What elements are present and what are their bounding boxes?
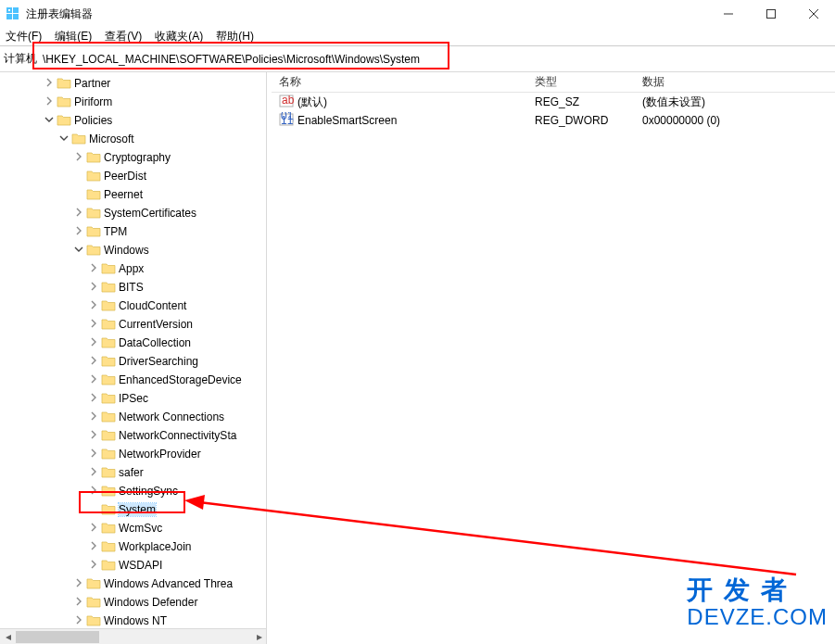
minimize-button[interactable]: [707, 0, 750, 28]
folder-icon: [101, 392, 116, 405]
maximize-button[interactable]: [750, 0, 792, 28]
chevron-right-icon[interactable]: [87, 262, 100, 275]
chevron-right-icon[interactable]: [72, 596, 85, 609]
chevron-right-icon[interactable]: [87, 281, 100, 294]
address-path[interactable]: \HKEY_LOCAL_MACHINE\SOFTWARE\Policies\Mi…: [41, 53, 835, 66]
menu-favorites[interactable]: 收藏夹(A): [155, 29, 203, 44]
menu-edit[interactable]: 编辑(E): [55, 29, 92, 44]
scroll-left-icon[interactable]: ◂: [0, 629, 16, 645]
tree-item[interactable]: CurrentVersion: [0, 315, 266, 334]
chevron-down-icon[interactable]: [72, 244, 85, 257]
tree-item[interactable]: NetworkProvider: [0, 445, 266, 463]
chevron-right-icon[interactable]: [87, 485, 100, 498]
tree-item[interactable]: SettingSync: [0, 482, 266, 500]
tree-item-label: BITS: [119, 281, 144, 294]
tree-item[interactable]: Policies: [0, 111, 266, 130]
tree-item-label: Partner: [74, 77, 110, 90]
tree-item[interactable]: IPSec: [0, 389, 266, 408]
close-button[interactable]: [792, 0, 835, 28]
chevron-right-icon[interactable]: [87, 355, 100, 368]
chevron-right-icon[interactable]: [72, 207, 85, 220]
chevron-right-icon[interactable]: [87, 410, 100, 423]
scroll-right-icon[interactable]: ▸: [251, 629, 267, 645]
tree-item[interactable]: DriverSearching: [0, 352, 266, 371]
col-header-type[interactable]: 类型: [527, 74, 635, 90]
value-data: 0x00000000 (0): [635, 114, 835, 127]
tree-item-label: PeerDist: [104, 170, 146, 183]
tree-item-label: CurrentVersion: [119, 318, 193, 331]
folder-icon: [101, 355, 116, 368]
menu-view[interactable]: 查看(V): [105, 29, 142, 44]
tree-item[interactable]: WcmSvc: [0, 519, 266, 537]
chevron-right-icon[interactable]: [87, 318, 100, 331]
tree-item[interactable]: Windows Advanced Threa: [0, 575, 266, 593]
chevron-right-icon[interactable]: [87, 373, 100, 386]
chevron-right-icon[interactable]: [72, 225, 85, 238]
chevron-down-icon[interactable]: [43, 114, 56, 127]
chevron-right-icon[interactable]: [87, 448, 100, 461]
tree-item-label: WorkplaceJoin: [119, 540, 191, 553]
tree-item[interactable]: safer: [0, 463, 266, 482]
col-header-name[interactable]: 名称: [272, 74, 527, 90]
chevron-right-icon[interactable]: [87, 466, 100, 479]
tree-item-label: TPM: [104, 225, 127, 238]
value-name: EnableSmartScreen: [297, 114, 397, 127]
tree-item[interactable]: Piriform: [0, 93, 266, 111]
folder-icon: [86, 596, 101, 609]
folder-icon: [101, 559, 116, 572]
string-value-icon: ab: [279, 94, 294, 111]
tree-item[interactable]: Windows Defender: [0, 593, 266, 612]
tree-item[interactable]: Microsoft: [0, 130, 266, 148]
tree-item-label: SettingSync: [119, 485, 178, 498]
tree-item[interactable]: Partner: [0, 74, 266, 93]
list-row[interactable]: 011110EnableSmartScreenREG_DWORD0x000000…: [272, 111, 835, 130]
menu-help[interactable]: 帮助(H): [216, 29, 254, 44]
tree-hscrollbar[interactable]: ◂ ▸: [0, 628, 267, 644]
chevron-right-icon[interactable]: [87, 336, 100, 349]
tree-item[interactable]: CloudContent: [0, 297, 266, 315]
menu-file[interactable]: 文件(F): [6, 29, 42, 44]
chevron-right-icon[interactable]: [72, 151, 85, 164]
tree-item[interactable]: NetworkConnectivitySta: [0, 426, 266, 445]
tree-item-label: Windows: [104, 244, 149, 257]
scroll-thumb[interactable]: [16, 631, 99, 643]
tree-item[interactable]: EnhancedStorageDevice: [0, 371, 266, 389]
content-area: PartnerPiriformPoliciesMicrosoftCryptogr…: [0, 72, 835, 644]
folder-icon: [86, 577, 101, 590]
tree-item[interactable]: Appx: [0, 259, 266, 278]
col-header-data[interactable]: 数据: [635, 74, 835, 90]
chevron-right-icon[interactable]: [87, 559, 100, 572]
tree-item[interactable]: WSDAPI: [0, 556, 266, 575]
chevron-right-icon[interactable]: [87, 429, 100, 442]
tree-item[interactable]: System: [0, 500, 266, 519]
chevron-right-icon[interactable]: [87, 540, 100, 553]
chevron-right-icon[interactable]: [43, 95, 56, 108]
tree-item[interactable]: Peernet: [0, 185, 266, 204]
folder-icon: [101, 503, 116, 516]
list-row[interactable]: ab(默认)REG_SZ(数值未设置): [272, 93, 835, 111]
chevron-right-icon[interactable]: [72, 614, 85, 627]
tree-item[interactable]: Windows: [0, 241, 266, 259]
tree-item[interactable]: BITS: [0, 278, 266, 297]
tree-item[interactable]: Windows NT: [0, 612, 266, 630]
chevron-right-icon[interactable]: [72, 577, 85, 590]
chevron-right-icon[interactable]: [43, 77, 56, 90]
tree-item[interactable]: TPM: [0, 222, 266, 241]
chevron-right-icon[interactable]: [87, 299, 100, 312]
binary-value-icon: 011110: [279, 112, 294, 130]
chevron-down-icon[interactable]: [57, 133, 70, 145]
folder-icon: [101, 466, 116, 479]
tree-item-label: safer: [119, 466, 144, 479]
folder-icon: [71, 133, 86, 145]
tree-item[interactable]: PeerDist: [0, 167, 266, 185]
tree-item[interactable]: SystemCertificates: [0, 204, 266, 222]
tree-item-label: NetworkConnectivitySta: [119, 429, 236, 442]
tree-item[interactable]: Cryptography: [0, 148, 266, 167]
value-type: REG_DWORD: [527, 114, 635, 127]
tree-item[interactable]: Network Connections: [0, 408, 266, 426]
tree-item[interactable]: DataCollection: [0, 334, 266, 352]
chevron-right-icon[interactable]: [87, 392, 100, 405]
chevron-right-icon[interactable]: [87, 522, 100, 535]
svg-text:ab: ab: [282, 94, 294, 107]
tree-item[interactable]: WorkplaceJoin: [0, 537, 266, 556]
